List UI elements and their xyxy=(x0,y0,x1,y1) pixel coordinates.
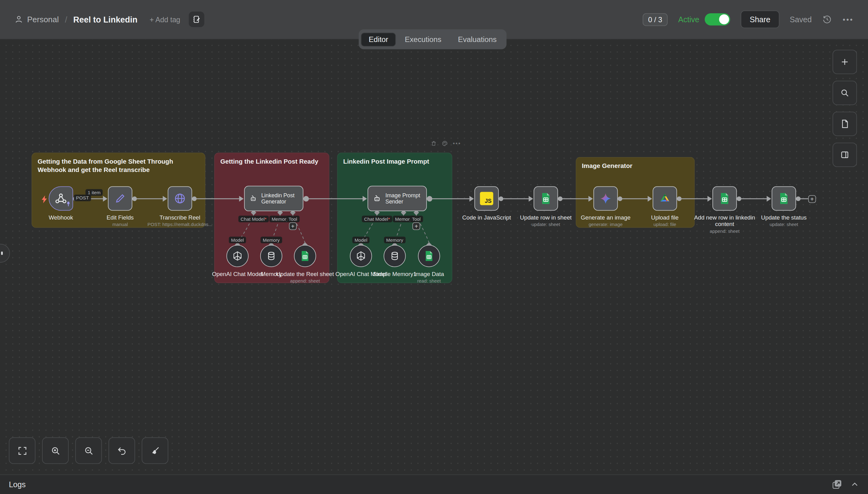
sticky-title: Getting the Data from Google Sheet Throu… xyxy=(32,153,205,178)
search-button[interactable] xyxy=(832,81,857,105)
workflow-canvas[interactable]: Getting the Data from Google Sheet Throu… xyxy=(0,39,868,474)
connector-tool-chip: Tool xyxy=(286,215,299,222)
google-sheets-icon xyxy=(425,250,434,262)
sticky-title: Linkedin Post Image Prompt xyxy=(338,153,452,170)
trash-icon xyxy=(431,140,437,147)
add-node-button[interactable] xyxy=(832,50,857,74)
broom-icon xyxy=(150,445,160,456)
active-label: Active xyxy=(678,15,699,24)
pencil-icon xyxy=(114,192,126,204)
add-tool-button[interactable]: + xyxy=(412,222,420,230)
subnode-model-chip: Model xyxy=(229,236,246,243)
sticky-color-button[interactable] xyxy=(442,140,448,147)
subnode-model-chip: Model xyxy=(352,236,370,243)
connector-chat-model-chip: Chat Model* xyxy=(362,215,392,222)
history-icon xyxy=(822,15,832,24)
node-update-the-status[interactable]: Update the status update: sheet xyxy=(751,187,817,228)
zoom-out-icon xyxy=(84,445,94,456)
more-options-button[interactable]: ••• xyxy=(843,15,853,23)
n8n-workflow-editor: Personal / Reel to Linkedin + Add tag 0 … xyxy=(0,0,868,494)
tab-editor[interactable]: Editor xyxy=(361,33,396,46)
breadcrumb-separator: / xyxy=(65,15,67,24)
pinned-data-icon xyxy=(66,199,71,209)
webhook-icon xyxy=(54,192,68,205)
add-sticky-note-button[interactable] xyxy=(832,112,857,136)
zoom-out-button[interactable] xyxy=(75,437,102,464)
sticky-title: Image Generator xyxy=(576,157,694,175)
google-sheets-icon xyxy=(720,192,729,204)
globe-icon xyxy=(174,192,187,205)
expand-logs-button[interactable] xyxy=(850,480,860,489)
workflow-title[interactable]: Reel to Linkedin xyxy=(73,15,137,24)
robot-icon xyxy=(249,192,257,205)
logs-panel-header[interactable]: Logs xyxy=(0,475,868,494)
reset-zoom-button[interactable] xyxy=(109,437,135,464)
subnode-memory-chip: Memory xyxy=(260,236,282,243)
node-transcribe-reel[interactable]: Transcribe Reel POST: https://remalt.duc… xyxy=(147,187,213,228)
connection-items-chip: 1 item xyxy=(86,189,103,195)
palette-icon xyxy=(442,140,448,147)
note-edit-icon xyxy=(192,15,201,24)
fit-view-icon xyxy=(17,445,28,456)
sticky-toolbar: ••• xyxy=(431,140,461,147)
google-sheets-icon xyxy=(541,192,551,204)
trigger-lightning-icon xyxy=(41,195,48,206)
tidy-up-button[interactable] xyxy=(142,437,168,464)
google-drive-icon xyxy=(658,192,671,205)
sticky-title: Getting the Linkedin Post Ready xyxy=(215,153,329,170)
javascript-icon: JS xyxy=(480,192,493,205)
chevron-up-icon xyxy=(850,480,860,489)
subnode-update-the-reel-sheet[interactable]: Update the Reel sheet append: sheet xyxy=(273,245,337,283)
delete-sticky-button[interactable] xyxy=(431,140,437,147)
node-generate-an-image[interactable]: Generate an image generate: image xyxy=(573,187,639,228)
zoom-in-button[interactable] xyxy=(42,437,69,464)
connector-chat-model-chip: Chat Model* xyxy=(238,215,269,222)
node-image-prompt-sender[interactable]: Image Prompt Sender xyxy=(367,186,427,211)
required-mark: * xyxy=(388,216,390,222)
robot-icon xyxy=(373,192,381,205)
add-tag-button[interactable]: + Add tag xyxy=(150,15,180,23)
undo-icon xyxy=(116,445,127,456)
logs-title: Logs xyxy=(9,480,26,489)
tab-evaluations[interactable]: Evaluations xyxy=(450,33,505,46)
saved-status[interactable]: Saved xyxy=(790,15,812,24)
connector-tool-chip: Tool xyxy=(410,215,423,222)
personal-workspace-icon xyxy=(15,15,23,24)
share-button[interactable]: Share xyxy=(741,11,779,28)
open-logs-window-button[interactable] xyxy=(832,479,843,490)
node-add-new-row-linkedin-content[interactable]: Add new row in linkedin content append: … xyxy=(691,187,758,234)
node-upload-file[interactable]: Upload file upload: file xyxy=(632,187,698,228)
google-sheets-icon xyxy=(301,250,309,262)
version-history-button[interactable] xyxy=(822,15,832,24)
toggle-panel-button[interactable] xyxy=(832,142,857,167)
google-sheets-icon xyxy=(779,192,789,204)
node-webhook[interactable]: Webhook xyxy=(28,187,94,221)
zoom-in-icon xyxy=(50,445,60,456)
node-update-row-in-sheet[interactable]: Update row in sheet update: sheet xyxy=(512,187,579,228)
pop-out-icon xyxy=(832,479,843,490)
view-tabs: Editor Executions Evaluations xyxy=(359,29,506,49)
collapse-panel-handle[interactable] xyxy=(0,244,10,263)
toggle-knob xyxy=(719,15,729,24)
search-icon xyxy=(840,88,850,98)
evaluation-counter-badge[interactable]: 0 / 3 xyxy=(643,13,668,26)
gemini-image-icon xyxy=(599,192,612,205)
subnode-memory-chip: Memory xyxy=(384,236,405,243)
workflow-notes-button[interactable] xyxy=(188,12,204,27)
tab-executions[interactable]: Executions xyxy=(397,33,449,46)
add-tool-button[interactable]: + xyxy=(289,222,297,230)
zoom-to-fit-button[interactable] xyxy=(9,437,36,464)
plus-icon xyxy=(840,57,850,67)
node-linkedin-post-generator[interactable]: Linkedin Post Generator xyxy=(244,186,304,211)
add-node-endpoint-button[interactable]: + xyxy=(808,195,816,203)
node-code-javascript[interactable]: JS Code in JavaScript xyxy=(453,187,520,221)
sticky-more-button[interactable]: ••• xyxy=(453,140,461,147)
split-layout-icon xyxy=(840,150,850,159)
breadcrumb-workspace[interactable]: Personal xyxy=(27,15,59,24)
active-toggle[interactable] xyxy=(705,13,730,25)
required-mark: * xyxy=(265,216,267,222)
file-icon xyxy=(840,119,850,129)
subnode-image-data[interactable]: Image Data read: sheet xyxy=(397,245,461,283)
